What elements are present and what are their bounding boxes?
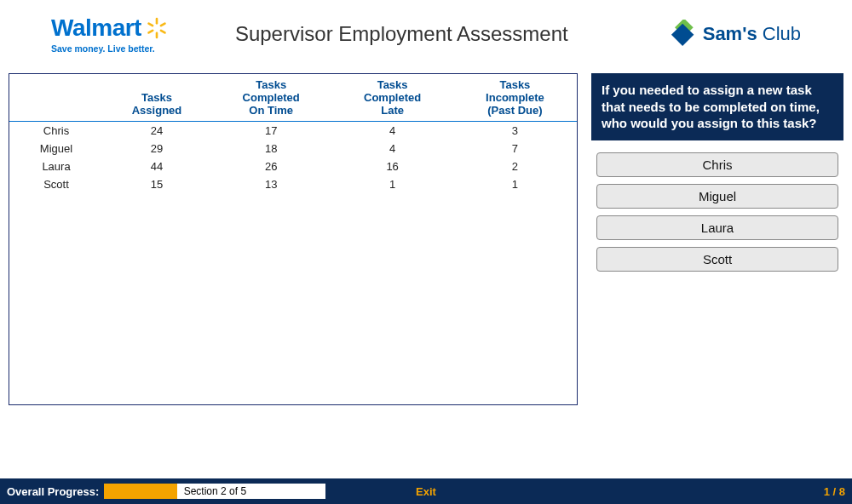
answer-button[interactable]: Laura — [596, 215, 838, 240]
question-panel: If you needed to assign a new task that … — [591, 73, 843, 405]
exit-button[interactable]: Exit — [416, 485, 436, 498]
cell-name: Miguel — [9, 140, 103, 158]
svg-rect-5 — [159, 29, 166, 34]
cell-value: 13 — [210, 175, 331, 193]
walmart-logo: Walmart Save money. Live better. — [51, 14, 169, 54]
progress-bar: Section 2 of 5 — [104, 484, 325, 499]
cell-value: 1 — [331, 175, 452, 193]
answer-button[interactable]: Chris — [596, 152, 838, 177]
walmart-spark-icon — [145, 16, 169, 40]
cell-value: 15 — [103, 175, 210, 193]
progress-section-text: Section 2 of 5 — [104, 485, 325, 497]
cell-value: 17 — [210, 121, 331, 140]
cell-value: 16 — [331, 158, 452, 175]
cell-value: 1 — [453, 175, 577, 193]
svg-rect-4 — [147, 22, 154, 27]
main-area: TasksAssignedTasksCompletedOn TimeTasksC… — [0, 66, 852, 405]
answer-list: ChrisMiguelLauraScott — [591, 140, 843, 272]
cell-value: 4 — [331, 121, 452, 140]
svg-rect-1 — [156, 32, 158, 38]
sams-club-logo: Sam's Club — [669, 20, 801, 49]
col-header: TasksAssigned — [103, 74, 210, 121]
data-table-panel: TasksAssignedTasksCompletedOn TimeTasksC… — [9, 73, 578, 405]
footer-bar: Overall Progress: Section 2 of 5 Exit 1 … — [0, 478, 852, 504]
svg-rect-2 — [159, 22, 166, 27]
cell-value: 18 — [210, 140, 331, 158]
page-counter: 1 / 8 — [824, 485, 845, 498]
question-text: If you needed to assign a new task that … — [591, 73, 843, 140]
answer-button[interactable]: Scott — [596, 247, 838, 272]
cell-value: 29 — [103, 140, 210, 158]
svg-rect-3 — [147, 29, 154, 34]
table-row: Scott151311 — [9, 175, 577, 193]
cell-name: Chris — [9, 121, 103, 140]
header: Walmart Save money. Live better. Supervi… — [0, 0, 852, 66]
cell-value: 7 — [453, 140, 577, 158]
table-row: Chris241743 — [9, 121, 577, 140]
answer-button[interactable]: Miguel — [596, 184, 838, 209]
cell-value: 4 — [331, 140, 452, 158]
cell-value: 26 — [210, 158, 331, 175]
walmart-wordmark: Walmart — [51, 14, 141, 42]
sams-wordmark: Sam's Club — [703, 23, 801, 45]
progress-label: Overall Progress: — [7, 485, 99, 498]
table-row: Laura4426162 — [9, 158, 577, 175]
cell-value: 44 — [103, 158, 210, 175]
page-title: Supervisor Employment Assessment — [135, 22, 669, 46]
svg-rect-0 — [156, 18, 158, 25]
cell-name: Laura — [9, 158, 103, 175]
sams-diamond-icon — [669, 20, 698, 49]
col-header: TasksCompletedLate — [331, 74, 452, 121]
col-name — [9, 74, 103, 121]
table-body: Chris241743Miguel291847Laura4426162Scott… — [9, 121, 577, 193]
table-header: TasksAssignedTasksCompletedOn TimeTasksC… — [9, 74, 577, 121]
cell-name: Scott — [9, 175, 103, 193]
cell-value: 2 — [453, 158, 577, 175]
table-row: Miguel291847 — [9, 140, 577, 158]
cell-value: 24 — [103, 121, 210, 140]
col-header: TasksIncomplete(Past Due) — [453, 74, 577, 121]
col-header: TasksCompletedOn Time — [210, 74, 331, 121]
cell-value: 3 — [453, 121, 577, 140]
employee-task-table: TasksAssignedTasksCompletedOn TimeTasksC… — [9, 74, 577, 193]
